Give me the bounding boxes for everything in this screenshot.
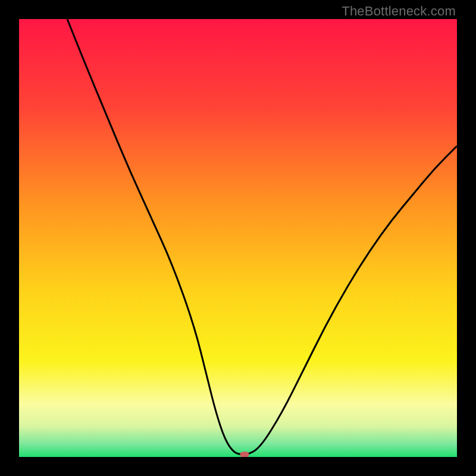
bottleneck-chart: TheBottleneck.com (0, 0, 476, 476)
attribution-label: TheBottleneck.com (342, 4, 456, 19)
plot-area (19, 19, 457, 457)
optimum-marker (240, 452, 249, 457)
curve-layer (19, 19, 457, 457)
bottleneck-curve-path (67, 19, 457, 455)
